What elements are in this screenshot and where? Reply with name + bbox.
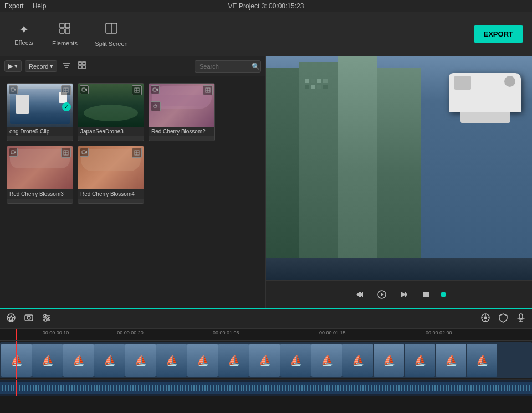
svg-rect-9 <box>79 62 81 65</box>
main-content: ▶ ▾ Record ▾ <box>0 56 532 308</box>
playhead-track <box>16 341 17 379</box>
left-panel: ▶ ▾ Record ▾ <box>0 56 266 308</box>
svg-rect-12 <box>83 66 85 69</box>
split-screen-toolbar-item[interactable]: Split Screen <box>86 15 136 54</box>
svg-rect-1 <box>65 23 70 28</box>
video-type-icon-cherry3 <box>9 148 18 157</box>
search-input[interactable] <box>200 63 249 70</box>
svg-point-55 <box>47 317 49 319</box>
toolbar: ✦ Effects Elements Split Screen EXPORT <box>0 12 532 56</box>
split-screen-icon <box>105 22 118 38</box>
menu-export[interactable]: Export <box>4 2 24 10</box>
mode-dropdown[interactable]: ▶ ▾ <box>4 60 22 72</box>
grid-icon[interactable] <box>76 59 88 73</box>
effects-toolbar-item[interactable]: ✦ Effects <box>4 15 43 54</box>
menu-help[interactable]: Help <box>33 2 47 10</box>
media-grid: ✓ ong Drone5 Clip <box>0 76 265 308</box>
audio-waveform <box>0 382 532 394</box>
svg-marker-45 <box>401 292 406 297</box>
ruler-tick-2: 00:00:00:20 <box>117 329 144 335</box>
play-full-button[interactable] <box>396 287 412 302</box>
media-item-cherry2-label: Red Cherry Blossom2 <box>149 127 214 136</box>
svg-point-58 <box>484 317 487 319</box>
svg-rect-10 <box>83 62 85 65</box>
audio-track <box>0 380 532 396</box>
grid-overlay-icon-japan <box>132 85 142 95</box>
record-label: Record <box>29 63 48 70</box>
video-type-icon-cherry2 <box>151 85 160 94</box>
svg-marker-46 <box>405 292 407 297</box>
play-button[interactable] <box>374 287 390 302</box>
svg-rect-3 <box>65 29 70 33</box>
playhead-line <box>16 329 17 340</box>
controls-row: ▶ ▾ Record ▾ <box>0 56 265 76</box>
svg-rect-11 <box>79 66 81 69</box>
filter-icon[interactable] <box>60 59 73 73</box>
timeline-magic-icon[interactable] <box>4 311 18 327</box>
project-title: VE Project 3: 00:00:15:23 <box>228 2 304 10</box>
export-button[interactable]: EXPORT <box>474 25 523 43</box>
grid-overlay-icon-cherry3 <box>61 148 71 158</box>
svg-rect-47 <box>423 292 429 297</box>
media-item-cherry3-label: Red Cherry Blossom3 <box>7 189 73 199</box>
svg-rect-2 <box>60 29 64 33</box>
preview-area <box>266 56 532 280</box>
ruler-tick-1: 00:00:00:10 <box>43 329 69 335</box>
timeline-shield-icon[interactable] <box>497 311 510 327</box>
record-dropdown[interactable]: Record ▾ <box>25 60 57 72</box>
svg-point-54 <box>44 314 46 317</box>
media-item-japan-label: JapanSeaDrone3 <box>78 127 144 136</box>
ruler-tick-3: 00:00:01:05 <box>213 329 239 335</box>
timeline-tracks: ⛵ ⛵ ⛵ ⛵ ⛵ ⛵ ⛵ ⛵ ⛵ ⛵ ⛵ ⛵ ⛵ ⛵ ⛵ ⛵ <box>0 341 532 413</box>
rewind-button[interactable] <box>352 287 367 302</box>
timeline-screenshot-icon[interactable] <box>22 311 35 327</box>
grid-overlay-icon-cherry2 <box>203 85 213 95</box>
grid-overlay-icon-cherry4 <box>132 148 142 158</box>
media-item-cherry4-label: Red Cherry Blossom4 <box>78 189 144 199</box>
effects-label: Effects <box>14 39 33 46</box>
timeline: 00:00:00:10 00:00:00:20 00:00:01:05 00:0… <box>0 308 532 413</box>
media-item-drone5-label: ong Drone5 Clip <box>7 127 73 136</box>
playhead-audio <box>16 380 17 396</box>
timeline-toolbar <box>0 309 532 329</box>
media-item-japan[interactable]: JapanSeaDrone3 <box>78 83 144 141</box>
svg-point-50 <box>27 316 30 319</box>
media-item-drone5[interactable]: ✓ ong Drone5 Clip <box>7 83 73 141</box>
split-screen-label: Split Screen <box>95 40 127 47</box>
elements-toolbar-item[interactable]: Elements <box>45 15 84 54</box>
svg-point-56 <box>44 319 47 321</box>
video-clip[interactable]: ⛵ ⛵ ⛵ ⛵ ⛵ ⛵ ⛵ ⛵ ⛵ ⛵ ⛵ ⛵ ⛵ ⛵ ⛵ ⛵ <box>0 342 532 378</box>
video-type-icon-cherry4 <box>80 148 89 157</box>
svg-rect-63 <box>519 314 523 319</box>
timeline-animate-icon[interactable] <box>479 311 492 327</box>
right-panel <box>266 56 532 308</box>
ruler-tick-5: 00:00:02:00 <box>426 329 452 335</box>
timeline-settings-icon[interactable] <box>40 311 53 327</box>
svg-rect-0 <box>60 23 64 28</box>
svg-marker-44 <box>381 293 384 296</box>
svg-rect-28 <box>154 105 157 107</box>
elements-label: Elements <box>52 40 78 47</box>
ruler-tick-4: 00:00:01:15 <box>319 329 346 335</box>
elements-icon <box>58 22 71 38</box>
effects-icon: ✦ <box>19 23 29 37</box>
stop-button[interactable] <box>418 287 434 302</box>
check-badge: ✓ <box>62 102 71 111</box>
progress-indicator <box>441 292 446 297</box>
mode-dropdown-arrow: ▾ <box>14 63 18 70</box>
timeline-ruler: 00:00:00:10 00:00:00:20 00:00:01:05 00:0… <box>0 329 532 341</box>
svg-marker-40 <box>356 292 360 297</box>
record-dropdown-arrow: ▾ <box>50 63 53 70</box>
mode-dropdown-label: ▶ <box>8 63 13 70</box>
search-icon: 🔍 <box>252 63 260 70</box>
video-type-icon-japan <box>80 85 89 94</box>
grid-overlay-icon <box>61 85 71 95</box>
timeline-mic-icon[interactable] <box>514 311 528 327</box>
media-item-cherry2[interactable]: Red Cherry Blossom2 <box>149 83 215 141</box>
search-box[interactable]: 🔍 <box>195 60 261 73</box>
preview-controls <box>266 280 532 308</box>
media-item-cherry4[interactable]: Red Cherry Blossom4 <box>78 146 144 204</box>
empty-track-space <box>0 396 532 413</box>
video-track: ⛵ ⛵ ⛵ ⛵ ⛵ ⛵ ⛵ ⛵ ⛵ ⛵ ⛵ ⛵ ⛵ ⛵ ⛵ ⛵ <box>0 341 532 380</box>
media-item-cherry3[interactable]: Red Cherry Blossom3 <box>7 146 73 204</box>
